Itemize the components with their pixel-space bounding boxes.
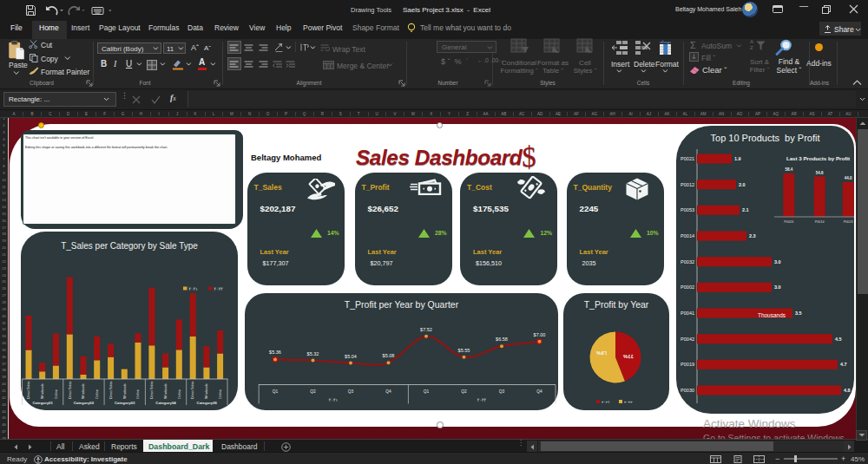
- svg-text:Wholesale: Wholesale: [41, 383, 44, 399]
- svg-text:Category02: Category02: [74, 401, 95, 405]
- svg-text:Direct Sales: Direct Sales: [191, 381, 194, 399]
- svg-text:P0030: P0030: [681, 388, 694, 393]
- svg-text:1.9: 1.9: [734, 156, 741, 161]
- svg-text:4.5: 4.5: [835, 337, 842, 342]
- svg-text:Last 3 Products by Profit: Last 3 Products by Profit: [786, 155, 850, 161]
- svg-text:$5.08: $5.08: [383, 353, 395, 358]
- svg-text:٢٠٢١: ٢٠٢١: [602, 400, 610, 404]
- svg-text:$5.04: $5.04: [345, 354, 357, 359]
- svg-text:Direct Sales: Direct Sales: [150, 381, 154, 399]
- svg-text:٢٠٢١: ٢٠٢١: [189, 287, 198, 291]
- svg-text:Q1: Q1: [273, 389, 279, 394]
- svg-text:Wholesale: Wholesale: [205, 383, 208, 399]
- svg-text:3.0: 3.0: [774, 284, 781, 290]
- svg-text:Wholesale: Wholesale: [82, 383, 85, 399]
- svg-text:58.4: 58.4: [785, 167, 792, 172]
- svg-text:$5.36: $5.36: [269, 350, 281, 355]
- svg-text:P0042: P0042: [681, 337, 694, 342]
- svg-text:2.1: 2.1: [742, 207, 749, 212]
- svg-text:3.0: 3.0: [774, 259, 781, 265]
- svg-text:P0014: P0014: [815, 220, 825, 224]
- svg-text:4.8: 4.8: [844, 388, 851, 393]
- svg-text:٢٠٢٢: ٢٠٢٢: [624, 400, 633, 404]
- svg-text:P0032: P0032: [681, 259, 694, 265]
- svg-text:P0023: P0023: [844, 220, 853, 224]
- svg-text:٢٠٢٢: ٢٠٢٢: [477, 398, 487, 402]
- svg-text:P0002: P0002: [681, 284, 694, 290]
- svg-text:Direct Sales: Direct Sales: [27, 381, 30, 399]
- svg-text:%٥٦: %٥٦: [596, 350, 608, 356]
- svg-text:٢٠٢١: ٢٠٢١: [329, 398, 338, 402]
- svg-text:$5.55: $5.55: [458, 348, 470, 353]
- svg-text:$7.00: $7.00: [534, 332, 546, 337]
- svg-text:P0026: P0026: [784, 220, 793, 224]
- svg-text:Wholesale: Wholesale: [123, 383, 127, 399]
- svg-text:4.7: 4.7: [840, 362, 847, 367]
- svg-text:Thousands: Thousands: [758, 312, 786, 318]
- svg-text:2.3: 2.3: [749, 233, 756, 239]
- svg-text:Q1: Q1: [424, 389, 430, 394]
- svg-text:٢٠٢٢: ٢٠٢٢: [214, 287, 224, 291]
- svg-text:$5.32: $5.32: [307, 351, 319, 356]
- svg-text:%٤٤: %٤٤: [623, 354, 634, 359]
- svg-text:44.0: 44.0: [845, 176, 852, 180]
- svg-text:Category03: Category03: [115, 401, 135, 405]
- svg-text:Q3: Q3: [499, 389, 505, 394]
- svg-text:$6.58: $6.58: [496, 337, 508, 342]
- svg-text:P0014: P0014: [681, 233, 694, 239]
- svg-text:Category05: Category05: [197, 401, 218, 405]
- svg-text:2.0: 2.0: [739, 182, 746, 187]
- svg-text:Online: Online: [136, 389, 140, 399]
- svg-text:Direct Sales: Direct Sales: [109, 381, 113, 399]
- svg-text:Q3: Q3: [348, 389, 354, 394]
- svg-text:Online: Online: [55, 389, 58, 399]
- svg-text:Category01: Category01: [32, 401, 53, 405]
- svg-text:P0053: P0053: [681, 207, 694, 212]
- svg-text:P0012: P0012: [681, 182, 694, 187]
- svg-text:Q2: Q2: [310, 389, 316, 394]
- svg-text:Category04: Category04: [155, 401, 176, 405]
- svg-text:Wholesale: Wholesale: [164, 383, 168, 399]
- svg-text:P0019: P0019: [681, 362, 694, 367]
- svg-text:54.6: 54.6: [816, 171, 824, 175]
- svg-text:3.5: 3.5: [795, 310, 802, 316]
- svg-text:P0021: P0021: [681, 156, 694, 161]
- svg-text:Online: Online: [219, 389, 222, 399]
- svg-text:Online: Online: [178, 389, 181, 399]
- svg-text:Direct Sales: Direct Sales: [69, 381, 72, 399]
- svg-text:Q4: Q4: [385, 389, 391, 394]
- svg-text:Q4: Q4: [536, 389, 542, 394]
- svg-text:$7.52: $7.52: [420, 327, 432, 332]
- svg-text:Online: Online: [95, 389, 99, 399]
- svg-text:Q2: Q2: [461, 389, 467, 394]
- svg-text:P0041: P0041: [681, 310, 694, 316]
